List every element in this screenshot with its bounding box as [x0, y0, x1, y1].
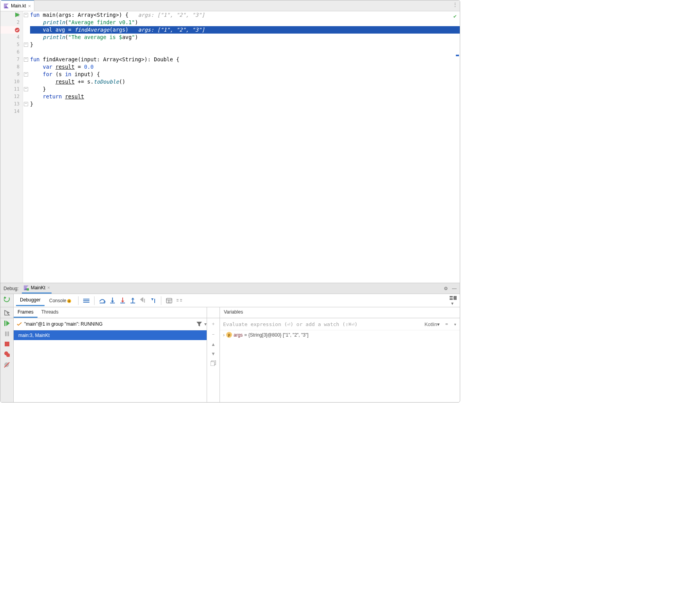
stop-icon[interactable] [5, 342, 9, 346]
rerun-icon[interactable] [4, 296, 10, 303]
line-number: 11 [0, 86, 20, 93]
svg-marker-15 [111, 301, 114, 303]
tab-frames[interactable]: Frames [14, 307, 38, 318]
tab-threads[interactable]: Threads [38, 307, 62, 318]
code-token: println [43, 34, 65, 40]
line-number: 2 [0, 19, 20, 26]
force-step-into-icon[interactable] [118, 296, 127, 305]
line-number-gutter: 1 2 3 4 5 6 7 8 9 10 11 12 13 14 [0, 11, 23, 283]
threads-view-icon[interactable] [82, 296, 91, 305]
svg-marker-23 [151, 298, 154, 301]
panel-header-row: Frames Threads Variables [0, 307, 460, 318]
debug-bottom-panel: "main"@1 in group "main": RUNNING ▾ main… [0, 318, 460, 402]
svg-rect-32 [4, 321, 5, 326]
line-number: 6 [0, 48, 20, 56]
code-token: } [30, 100, 460, 108]
evaluate-expression-input[interactable]: Evaluate expression (⏎) or add a watch (… [220, 318, 460, 330]
debug-label: Debug: [4, 286, 19, 291]
minimize-icon[interactable]: — [452, 286, 457, 291]
svg-marker-21 [131, 298, 134, 299]
range-marker [456, 55, 459, 56]
mute-breakpoints-icon[interactable] [4, 362, 10, 368]
layout-dropdown-icon[interactable]: ▾ [451, 301, 454, 306]
tab-overflow-icon[interactable]: ⋮ [453, 2, 457, 7]
file-tab-label: Main.kt [11, 3, 26, 9]
svg-rect-11 [83, 302, 89, 303]
filter-icon[interactable] [196, 322, 202, 326]
move-watch-up-icon[interactable]: ▲ [211, 342, 216, 347]
svg-marker-2 [15, 12, 20, 17]
kotlin-file-icon [4, 3, 9, 9]
parameter-badge-icon: p [226, 332, 232, 338]
variable-row[interactable]: › p args = {String[3]@800} ["1", "2", "3… [220, 330, 460, 339]
view-breakpoints-icon[interactable] [4, 351, 10, 357]
fold-marker-icon[interactable] [24, 102, 28, 106]
layout-settings-icon[interactable] [450, 295, 457, 301]
code-token: (args: Array<String>) { [55, 12, 129, 18]
fold-marker-icon[interactable] [24, 72, 28, 77]
variables-panel: Evaluate expression (⏎) or add a watch (… [220, 318, 460, 402]
fold-marker-icon[interactable] [24, 87, 28, 91]
svg-rect-22 [130, 303, 135, 303]
file-tab-main-kt[interactable]: Main.kt × [0, 0, 34, 11]
run-gutter-icon[interactable] [15, 12, 20, 17]
code-token: fun [30, 12, 39, 18]
line-number: 14 [0, 108, 20, 115]
svg-rect-34 [5, 332, 7, 336]
debug-tool-window-header: Debug: MainKt × ⚙ — [0, 283, 460, 294]
svg-rect-9 [83, 299, 89, 299]
evaluate-expression-icon[interactable] [164, 296, 174, 305]
svg-rect-10 [83, 300, 89, 301]
svg-marker-33 [6, 321, 10, 326]
editor-tab-bar: Main.kt × ⋮ [0, 0, 460, 11]
pause-program-icon[interactable] [4, 331, 10, 337]
code-token: } [30, 41, 460, 48]
variables-header: Variables [220, 307, 247, 318]
fold-marker-icon[interactable] [24, 57, 28, 62]
svg-marker-18 [121, 301, 124, 303]
fold-marker-icon[interactable] [24, 13, 28, 17]
step-over-icon[interactable] [98, 296, 107, 305]
remove-watch-icon[interactable]: － [211, 331, 216, 338]
drop-frame-icon[interactable] [138, 296, 148, 305]
eval-language-dropdown-icon[interactable]: ▾ [437, 321, 440, 327]
close-tab-icon[interactable]: × [28, 3, 31, 9]
settings-icon[interactable]: ⚙ [444, 286, 448, 291]
show-watches-icon[interactable]: ⚭ [445, 321, 449, 327]
variable-name: args [234, 332, 243, 338]
fold-marker-icon[interactable] [24, 43, 28, 47]
code-editor[interactable]: 1 2 3 4 5 6 7 8 9 10 11 12 13 14 [0, 11, 460, 283]
code-token: println [43, 19, 65, 25]
svg-rect-13 [100, 303, 105, 303]
thread-name: "main"@1 in group "main": RUNNING [24, 321, 194, 327]
line-number: 10 [0, 78, 20, 86]
run-to-cursor-icon[interactable] [148, 296, 158, 305]
tab-debugger[interactable]: Debugger [16, 295, 45, 306]
svg-rect-36 [5, 342, 9, 346]
line-number: 7 [0, 56, 20, 63]
eval-dropdown-icon[interactable]: ▾ [454, 321, 457, 327]
dropdown-icon[interactable]: ▾ [204, 321, 207, 327]
close-runconfig-icon[interactable]: × [47, 285, 50, 291]
line-number: 12 [0, 93, 20, 100]
new-watch-icon[interactable]: ＋ [211, 321, 216, 327]
code-area[interactable]: fun main(args: Array<String>) { args: ["… [30, 11, 460, 283]
modify-run-config-icon[interactable] [4, 310, 10, 316]
svg-rect-35 [7, 332, 9, 336]
move-watch-down-icon[interactable]: ▼ [211, 351, 216, 356]
trace-current-stream-chain-icon[interactable] [175, 296, 184, 305]
stack-frame[interactable]: main:3, MainKt [14, 330, 207, 340]
eval-language-label: Kotlin [425, 321, 438, 327]
breakpoint-icon[interactable] [14, 27, 20, 33]
resume-program-icon[interactable] [4, 321, 10, 326]
run-config-tab[interactable]: MainKt × [22, 283, 52, 294]
thread-selector[interactable]: "main"@1 in group "main": RUNNING ▾ [14, 318, 207, 330]
line-number: 5 [0, 41, 20, 48]
duplicate-watch-icon[interactable] [211, 360, 216, 366]
tab-console[interactable]: Console [45, 296, 75, 306]
inspection-ok-icon[interactable]: ✔ [454, 13, 457, 19]
step-out-icon[interactable] [128, 296, 138, 305]
step-into-icon[interactable] [108, 296, 117, 305]
code-token: } [30, 86, 460, 93]
expand-icon[interactable]: › [223, 332, 225, 338]
